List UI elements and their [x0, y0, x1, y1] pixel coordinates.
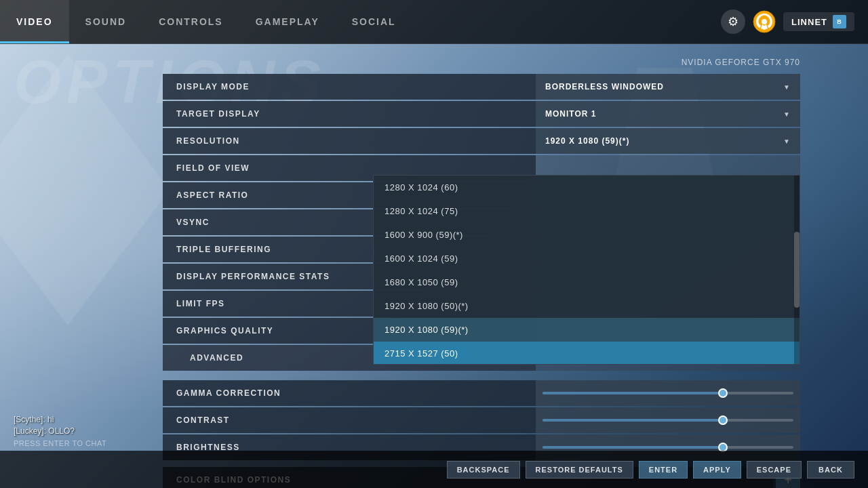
chat-message-0: [Scythe]: hi [14, 415, 106, 424]
contrast-slider-thumb[interactable] [718, 415, 728, 425]
nav-tabs: VIDEO SOUND CONTROLS GAMEPLAY SOCIAL [0, 0, 412, 43]
gamma-control [536, 380, 800, 406]
chat-message-1: [Luckey]: OLLO? [14, 426, 106, 436]
apply-button[interactable]: APPLY [693, 461, 741, 479]
resolution-option-0[interactable]: 1280 X 1024 (60) [374, 176, 800, 199]
brightness-slider-fill [542, 446, 723, 449]
resolution-option-1[interactable]: 1280 X 1024 (75) [374, 199, 800, 223]
gamma-slider-container [536, 380, 800, 406]
brightness-slider-track [542, 446, 793, 449]
nav-right: ⚙ LINNET B [721, 9, 868, 34]
setting-row-target-display: TARGET DISPLAY MONITOR 1 ▼ [163, 101, 800, 127]
chat-area: [Scythe]: hi [Luckey]: OLLO? PRESS ENTER… [14, 415, 106, 447]
target-display-dropdown[interactable]: MONITOR 1 ▼ [536, 101, 800, 127]
escape-button[interactable]: ESCAPE [747, 461, 802, 479]
dropdown-scrollbar[interactable] [794, 176, 800, 364]
display-mode-dropdown[interactable]: BORDERLESS WINDOWED ▼ [536, 74, 800, 100]
resolution-option-2[interactable]: 1600 X 900 (59)(*) [374, 223, 800, 247]
setting-row-resolution: RESOLUTION 1920 X 1080 (59)(*) ▼ [163, 128, 800, 154]
gpu-label: NVIDIA GEFORCE GTX 970 [163, 58, 800, 67]
svg-point-1 [762, 19, 767, 24]
tab-video[interactable]: VIDEO [0, 0, 69, 43]
resolution-option-5[interactable]: 1920 X 1080 (50)(*) [374, 294, 800, 318]
contrast-label: CONTRAST [163, 407, 536, 433]
resolution-dropdown-popup: 1280 X 1024 (60) 1280 X 1024 (75) 1600 X… [373, 175, 800, 365]
setting-row-display-mode: DISPLAY MODE BORDERLESS WINDOWED ▼ [163, 74, 800, 100]
gamma-label: GAMMA CORRECTION [163, 380, 536, 406]
settings-icon[interactable]: ⚙ [721, 9, 745, 34]
resolution-control: 1920 X 1080 (59)(*) ▼ [536, 128, 800, 154]
gamma-slider-track [542, 392, 793, 394]
restore-defaults-button[interactable]: RESTORE DEFAULTS [526, 461, 633, 479]
resolution-option-4[interactable]: 1680 X 1050 (59) [374, 270, 800, 294]
setting-row-contrast: CONTRAST [163, 407, 800, 433]
contrast-control [536, 407, 800, 433]
resolution-option-3[interactable]: 1600 X 1024 (59) [374, 247, 800, 270]
target-display-label: TARGET DISPLAY [163, 101, 536, 127]
dropdown-scroll-thumb [794, 232, 800, 307]
bottom-bar: BACKSPACE RESTORE DEFAULTS ENTER APPLY E… [0, 451, 868, 488]
contrast-slider-container [536, 407, 800, 433]
contrast-slider-track [542, 419, 793, 422]
display-mode-label: DISPLAY MODE [163, 74, 536, 100]
tab-sound[interactable]: SOUND [69, 0, 143, 43]
tab-social[interactable]: SOCIAL [336, 0, 412, 43]
spacer [163, 372, 800, 380]
resolution-option-6[interactable]: 1920 X 1080 (59)(*) [374, 318, 800, 342]
backspace-button[interactable]: BACKSPACE [447, 461, 520, 479]
resolution-arrow: ▼ [783, 138, 791, 145]
platform-icon: B [833, 15, 846, 28]
enter-button[interactable]: ENTER [639, 461, 688, 479]
display-mode-control: BORDERLESS WINDOWED ▼ [536, 74, 800, 100]
contrast-slider-fill [542, 419, 723, 422]
gamma-slider-thumb[interactable] [718, 388, 728, 398]
target-display-arrow: ▼ [783, 110, 791, 118]
setting-row-gamma: GAMMA CORRECTION [163, 380, 800, 406]
display-mode-arrow: ▼ [783, 83, 791, 91]
username-badge: LINNET B [783, 12, 854, 31]
resolution-dropdown-trigger[interactable]: 1920 X 1080 (59)(*) ▼ [536, 128, 800, 154]
gamma-slider-fill [542, 392, 723, 394]
username-text: LINNET [791, 17, 827, 27]
tab-gameplay[interactable]: GAMEPLAY [239, 0, 336, 43]
resolution-label: RESOLUTION [163, 128, 536, 154]
overwatch-icon [752, 9, 776, 34]
target-display-control: MONITOR 1 ▼ [536, 101, 800, 127]
back-button[interactable]: BACK [807, 461, 854, 479]
top-nav: VIDEO SOUND CONTROLS GAMEPLAY SOCIAL ⚙ L… [0, 0, 868, 44]
resolution-option-7[interactable]: 2715 X 1527 (50) [374, 342, 800, 365]
chat-input-hint[interactable]: PRESS ENTER TO CHAT [14, 439, 106, 447]
tab-controls[interactable]: CONTROLS [142, 0, 239, 43]
